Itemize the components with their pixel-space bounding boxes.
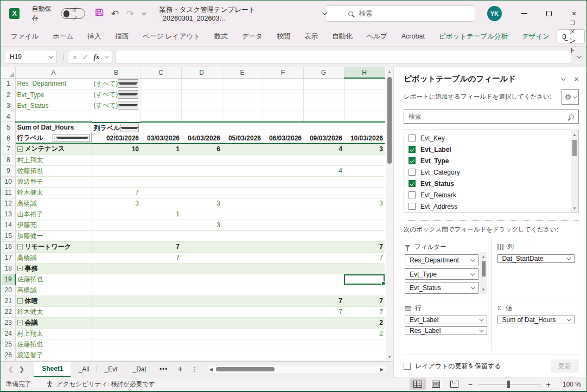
cell-E4[interactable]: [222, 111, 263, 122]
confirm-entry-icon[interactable]: ✓: [82, 53, 88, 61]
cell-D6[interactable]: 04/03/2026: [181, 133, 222, 144]
row-header-3[interactable]: 3: [2, 100, 15, 111]
cell-A11[interactable]: 鈴木健太: [15, 187, 92, 198]
ribbon-tab-Acrobat[interactable]: Acrobat: [394, 29, 432, 43]
cell-D23[interactable]: [181, 317, 222, 328]
column-header-C[interactable]: C: [141, 67, 181, 78]
cell-B19[interactable]: [92, 274, 141, 285]
cell-D5[interactable]: [181, 122, 222, 133]
cell-F1[interactable]: [263, 78, 303, 89]
column-header-B[interactable]: B: [92, 67, 141, 78]
row-header-26[interactable]: 26: [2, 350, 15, 361]
ribbon-tab-挿入[interactable]: 挿入: [80, 29, 108, 44]
row-header-6[interactable]: 6: [2, 133, 15, 144]
cell-D2[interactable]: [181, 89, 222, 100]
cell-G25[interactable]: [303, 339, 344, 350]
cell-H13[interactable]: [344, 209, 385, 220]
cell-H9[interactable]: [344, 165, 385, 176]
cell-G21[interactable]: 7: [303, 295, 344, 306]
cell-B22[interactable]: [92, 306, 141, 317]
ribbon-tab-校閲[interactable]: 校閲: [270, 29, 297, 44]
cell-F17[interactable]: [263, 252, 303, 263]
maximize-button[interactable]: [537, 1, 562, 27]
cell-C9[interactable]: [141, 165, 181, 176]
cell-E6[interactable]: 05/03/2026: [222, 133, 263, 144]
ribbon-tab-file[interactable]: ファイル: [4, 29, 46, 44]
field-checkbox-Evt_Remark[interactable]: [409, 191, 416, 198]
cell-E19[interactable]: [222, 274, 263, 285]
column-labels-dropdown-button[interactable]: [120, 124, 139, 132]
cell-E12[interactable]: [222, 198, 263, 209]
cell-H4[interactable]: [344, 111, 385, 122]
select-all-corner[interactable]: [2, 67, 15, 78]
filters-scroll-thumb[interactable]: [482, 261, 486, 277]
cell-B25[interactable]: [92, 339, 141, 350]
cell-A21[interactable]: −休暇: [15, 295, 92, 306]
row-header-14[interactable]: 14: [2, 220, 15, 230]
cell-G17[interactable]: [303, 252, 344, 263]
row-header-15[interactable]: 15: [2, 230, 15, 241]
sheetbar-options-icon[interactable]: ⋮: [192, 368, 197, 370]
cell-H26[interactable]: [344, 350, 385, 361]
ribbon-tab-ヘルプ[interactable]: ヘルプ: [359, 29, 394, 44]
cell-G20[interactable]: [303, 285, 344, 295]
cell-A8[interactable]: 村上翔太: [15, 155, 92, 165]
cell-D25[interactable]: [181, 339, 222, 350]
cell-A18[interactable]: −事務: [15, 263, 92, 274]
column-header-H[interactable]: H: [344, 67, 385, 78]
next-sheet-icon[interactable]: ❯: [19, 365, 24, 373]
collapse-icon[interactable]: −: [17, 320, 23, 325]
filters-scrollbar[interactable]: ▲ ▼: [480, 252, 487, 294]
cell-B9[interactable]: [92, 165, 141, 176]
row-header-10[interactable]: 10: [2, 176, 15, 187]
field-checkbox-Evt_Label[interactable]: [409, 146, 416, 153]
cell-G26[interactable]: [303, 350, 344, 361]
ribbon-tab-データ[interactable]: データ: [235, 29, 270, 44]
field-scroll-up-icon[interactable]: ▲: [572, 130, 577, 139]
cell-G4[interactable]: [303, 111, 344, 122]
column-header-G[interactable]: G: [303, 67, 344, 78]
cell-H6[interactable]: 10/03/2026: [344, 133, 385, 144]
cell-F12[interactable]: [263, 198, 303, 209]
cell-D19[interactable]: [181, 274, 222, 285]
cell-F25[interactable]: [263, 339, 303, 350]
cell-H16[interactable]: 7: [344, 241, 385, 252]
field-scroll-thumb[interactable]: [572, 140, 577, 156]
ribbon-tab-描画[interactable]: 描画: [108, 29, 136, 44]
field-checkbox-Evt_Type[interactable]: [409, 157, 416, 164]
ribbon-tab-数式[interactable]: 数式: [207, 29, 235, 44]
row-header-1[interactable]: 1: [2, 78, 15, 89]
vertical-scrollbar[interactable]: ▲ ▼: [386, 67, 393, 361]
cell-D9[interactable]: [181, 165, 222, 176]
cell-D1[interactable]: [181, 78, 222, 89]
cell-B21[interactable]: [92, 295, 141, 306]
collapse-icon[interactable]: −: [17, 244, 23, 249]
cell-A3[interactable]: Evt_Status: [15, 100, 92, 111]
filters-item-Evt_Status[interactable]: Evt_Status: [405, 282, 478, 294]
cell-E15[interactable]: [222, 230, 263, 241]
cell-C21[interactable]: [141, 295, 181, 306]
cell-D7[interactable]: 6: [181, 144, 222, 155]
insert-function-button[interactable]: fx: [94, 53, 100, 61]
undo-button[interactable]: ↶: [111, 9, 119, 18]
cell-B10[interactable]: [92, 176, 141, 187]
cell-H8[interactable]: [344, 155, 385, 165]
column-header-A[interactable]: A: [15, 67, 92, 78]
cell-C7[interactable]: 1: [141, 144, 181, 155]
row-header-9[interactable]: 9: [2, 165, 15, 176]
cell-D21[interactable]: [181, 295, 222, 306]
cell-G13[interactable]: [303, 209, 344, 220]
cell-D15[interactable]: [181, 230, 222, 241]
worksheet-grid[interactable]: ABCDEFGH1Res_Department(すべて)2Evt_Type(すべ…: [1, 67, 393, 361]
cell-C12[interactable]: [141, 198, 181, 209]
cell-B7[interactable]: 10: [92, 144, 141, 155]
row-header-24[interactable]: 24: [2, 328, 15, 339]
cell-C8[interactable]: [141, 155, 181, 165]
cell-B5[interactable]: 列ラベル: [92, 122, 141, 133]
cell-F2[interactable]: [263, 89, 303, 100]
cell-E18[interactable]: [222, 263, 263, 274]
cell-H2[interactable]: [344, 89, 385, 100]
cell-B24[interactable]: [92, 328, 141, 339]
cell-H20[interactable]: [344, 285, 385, 295]
cell-F3[interactable]: [263, 100, 303, 111]
